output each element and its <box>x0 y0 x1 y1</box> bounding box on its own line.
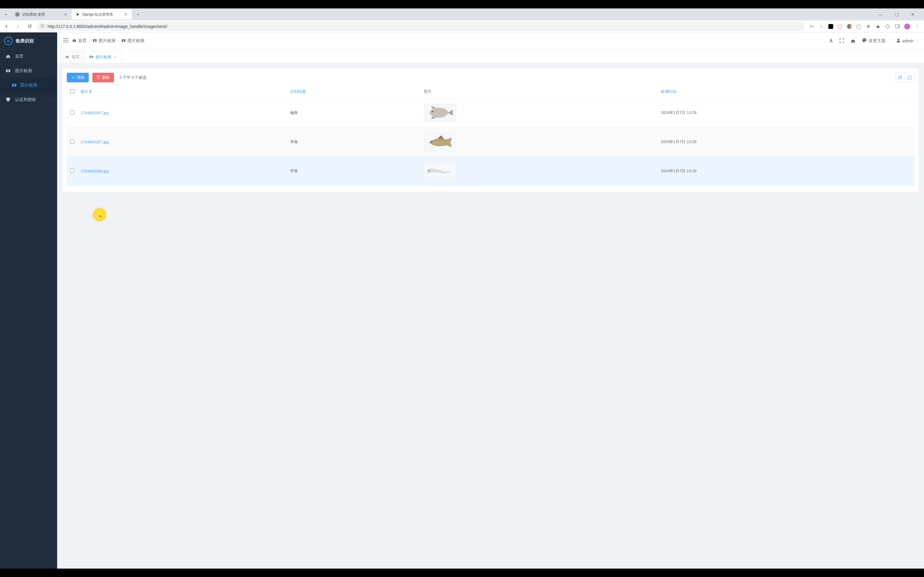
sidebar-item-image-detect[interactable]: 图片检测 ⌄ <box>0 64 57 78</box>
tab-search-dropdown[interactable] <box>2 10 10 19</box>
table-toolbar: ＋ 增加 删除 3 个中 0 个被选 <box>67 73 914 82</box>
sidebar: ∞ 鱼类识别 首页 图片检测 ⌄ 图片检测 <box>0 32 57 569</box>
maximize-button[interactable]: ▢ <box>892 12 902 17</box>
row-checkbox[interactable] <box>70 110 74 114</box>
site-info-icon[interactable] <box>40 24 45 29</box>
page-tab-home[interactable]: 首页 <box>60 51 84 63</box>
time-text: 2024年1月7日 13:29 <box>661 169 696 173</box>
result-text: 带鱼 <box>290 169 298 173</box>
browser-tab-strip: 识别系统 使用 ✕ Django 站点管理员 ✕ ＋ ― ▢ ✕ <box>0 8 924 21</box>
svg-rect-5 <box>898 25 899 28</box>
fullscreen-button[interactable] <box>840 39 844 43</box>
col-header-time[interactable]: 检测时间 <box>658 85 914 98</box>
home-button[interactable] <box>851 39 855 43</box>
sidebar-item-label: 图片检测 <box>15 68 32 74</box>
file-link[interactable]: 1704605357.jpg <box>81 140 108 144</box>
django-icon <box>75 12 80 17</box>
breadcrumb-sep: / <box>118 39 119 43</box>
result-text: 草鱼 <box>290 139 298 144</box>
time-text: 2024年1月7日 13:29 <box>661 139 696 144</box>
reload-button[interactable] <box>25 22 34 31</box>
sidebar-subitem-image-detect[interactable]: 图片检测 <box>0 78 57 93</box>
thumbnail[interactable] <box>424 162 456 180</box>
sidebar-item-label: 图片检测 <box>21 83 37 88</box>
file-link[interactable]: 1704605367.jpg <box>81 111 108 115</box>
extension-icon[interactable] <box>828 24 833 29</box>
sidebar-item-label: 认证和授权 <box>15 97 36 103</box>
breadcrumb-home[interactable]: 首页 <box>72 38 87 44</box>
extensions-menu-icon[interactable] <box>885 24 890 29</box>
close-icon[interactable]: ✕ <box>63 12 68 17</box>
svg-point-16 <box>865 39 866 40</box>
extension-icon[interactable]: ✻ <box>866 24 871 29</box>
browser-tab[interactable]: 识别系统 使用 ✕ <box>11 9 71 19</box>
col-header-result[interactable]: 识别结果 <box>287 85 420 98</box>
selection-count: 3 个中 0 个被选 <box>120 75 147 80</box>
svg-point-19 <box>90 56 92 57</box>
menu-icon[interactable]: ⋮ <box>914 24 920 29</box>
refresh-button[interactable] <box>895 73 905 82</box>
tab-title: Django 站点管理员 <box>82 12 121 17</box>
file-link[interactable]: 1704605348.jpg <box>81 169 108 173</box>
plus-icon: ＋ <box>71 75 75 80</box>
password-icon[interactable] <box>809 24 814 29</box>
add-button[interactable]: ＋ 增加 <box>67 73 89 82</box>
svg-point-11 <box>94 40 95 41</box>
close-window-button[interactable]: ✕ <box>908 12 918 17</box>
side-panel-icon[interactable] <box>895 24 900 29</box>
main-area: 首页 / 图片检测 / 图片检测 A <box>57 32 924 569</box>
table-row: 1704605367.jpg鳊鱼2024年1月7日 13:29 <box>67 98 914 127</box>
row-checkbox[interactable] <box>70 169 74 173</box>
sidebar-item-auth[interactable]: 认证和授权 ⌄ <box>0 93 57 107</box>
svg-point-23 <box>431 141 432 142</box>
user-icon <box>897 38 901 43</box>
theme-switcher[interactable]: 改变主题 ⌄ <box>862 38 890 44</box>
page-tab-bar: 首页 图片检测 ✕ <box>57 49 924 63</box>
breadcrumb-item[interactable]: 图片检测 <box>121 38 144 44</box>
close-icon[interactable]: ✕ <box>123 12 128 17</box>
select-all-checkbox[interactable] <box>70 89 74 93</box>
minimize-button[interactable]: ― <box>875 12 885 17</box>
window-controls: ― ▢ ✕ <box>875 12 922 17</box>
star-icon[interactable]: ☆ <box>819 24 824 29</box>
globe-icon <box>15 12 20 17</box>
home-icon <box>72 38 76 43</box>
svg-point-3 <box>810 25 812 27</box>
sidebar-item-label: 首页 <box>15 54 23 59</box>
forward-button[interactable] <box>14 22 22 31</box>
svg-point-24 <box>428 170 429 171</box>
row-checkbox[interactable] <box>70 139 74 143</box>
topbar: 首页 / 图片检测 / 图片检测 A <box>57 32 924 49</box>
trash-icon <box>97 75 100 80</box>
extension-icon[interactable] <box>847 24 852 29</box>
url-input[interactable]: http://127.0.0.1:8000/admin/#/admin/imag… <box>37 22 804 31</box>
camera-icon <box>93 38 97 43</box>
thumbnail[interactable] <box>424 104 456 122</box>
back-button[interactable] <box>2 22 11 31</box>
sidebar-item-home[interactable]: 首页 <box>0 49 57 64</box>
user-menu[interactable]: admin ⌄ <box>897 38 918 43</box>
svg-point-9 <box>13 84 15 86</box>
palette-icon <box>862 38 867 44</box>
profile-avatar[interactable] <box>904 23 910 29</box>
topbar-right: A 改变主题 ⌄ admin ⌄ <box>829 38 918 44</box>
font-size-button[interactable]: A <box>829 38 833 44</box>
breadcrumb: 首页 / 图片检测 / 图片检测 <box>72 38 144 44</box>
col-header-name[interactable]: 图片名 <box>78 85 287 98</box>
extension-icon[interactable]: ◯ <box>837 24 843 29</box>
breadcrumb-item[interactable]: 图片检测 <box>93 38 115 44</box>
expand-button[interactable] <box>905 73 914 82</box>
col-header-photo: 照片 <box>421 85 658 98</box>
extension-icon[interactable]: ◯ <box>856 24 861 29</box>
new-tab-button[interactable]: ＋ <box>134 10 142 19</box>
extension-icon[interactable]: ◆ <box>875 24 881 29</box>
delete-button[interactable]: 删除 <box>92 73 114 82</box>
hamburger-icon[interactable] <box>63 38 69 43</box>
browser-tab[interactable]: Django 站点管理员 ✕ <box>71 9 132 19</box>
page-tab-image-detect[interactable]: 图片检测 ✕ <box>84 51 122 63</box>
close-icon[interactable]: ✕ <box>114 55 117 59</box>
toolbar-icons: ☆ ◯ ◯ ✻ ◆ ⋮ <box>807 23 922 29</box>
logo-icon: ∞ <box>4 37 13 45</box>
camera-icon <box>11 83 17 89</box>
thumbnail[interactable] <box>424 133 456 151</box>
